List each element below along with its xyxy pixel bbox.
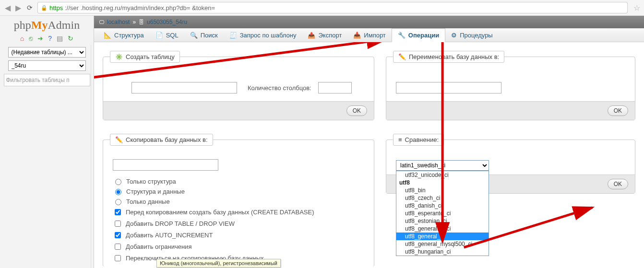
collation-option[interactable]: utf8_czech_ci xyxy=(396,194,489,202)
collation-option[interactable]: utf8_danish_ci xyxy=(396,202,489,210)
tab-icon: 🧾 xyxy=(229,32,237,39)
tab-icon: 🔍 xyxy=(190,32,198,39)
pencil-icon: ✏️ xyxy=(398,53,406,60)
database-icon: 🗄 xyxy=(139,19,144,25)
legend-rename-db: ✏️Переименовать базу данных в: xyxy=(393,51,504,63)
url-box[interactable]: 🔒 https://ser .hosting.reg.ru/myadmin/in… xyxy=(37,2,628,13)
panel-collation: ≡Сравнение: latin1_swedish_ci utf32_unic… xyxy=(386,134,635,194)
nav-back-icon[interactable]: ◀ xyxy=(4,3,12,12)
collation-option[interactable]: utf8_estonian_ci xyxy=(396,217,489,225)
tab-Структура[interactable]: 📐Структура xyxy=(98,28,150,42)
help-icon[interactable]: ? xyxy=(48,35,52,42)
url-https: https xyxy=(49,4,63,12)
radio-data-only[interactable] xyxy=(115,199,121,205)
breadcrumb-db[interactable]: u6503055_54ru xyxy=(147,19,187,25)
nav-fwd-icon: ▶ xyxy=(14,3,22,12)
collation-option[interactable]: utf32_unicode_ci xyxy=(396,171,489,179)
tab-label: Структура xyxy=(114,32,144,39)
check-constraints[interactable] xyxy=(115,244,121,250)
tab-Импорт[interactable]: 📥Импорт xyxy=(347,28,391,42)
tab-Запрос по шаблону[interactable]: 🧾Запрос по шаблону xyxy=(224,28,302,42)
rename-ok-button[interactable]: OK xyxy=(608,105,628,116)
logo[interactable]: phpMyAdmin xyxy=(0,16,94,34)
tab-icon: 📄 xyxy=(155,32,163,39)
list-icon: ≡ xyxy=(398,136,402,143)
tab-Экспорт[interactable]: 📤Экспорт xyxy=(302,28,347,42)
collation-dropdown-list[interactable]: utf32_unicode_ciutf8utf8_binutf8_czech_c… xyxy=(396,171,489,256)
url-rest: ://ser .hosting.reg.ru/myadmin/index.php… xyxy=(65,4,215,12)
breadcrumb: 🖵 localhost » 🗄 u6503055_54ru xyxy=(94,16,644,28)
legend-collation: ≡Сравнение: xyxy=(393,134,444,146)
legend-copy-db: ✏️Скопировать базу данных в: xyxy=(110,134,213,146)
tab-icon: 📤 xyxy=(308,32,315,39)
create-cols-input[interactable] xyxy=(318,82,352,93)
bookmark-star-icon[interactable]: ☆ xyxy=(633,3,640,12)
collation-option[interactable]: utf8_esperanto_ci xyxy=(396,210,489,217)
check-create-db[interactable] xyxy=(115,209,121,215)
copy-name-input[interactable] xyxy=(113,159,218,171)
check-drop[interactable] xyxy=(115,221,121,227)
panel-rename-db: ✏️Переименовать базу данных в: OK xyxy=(386,51,635,120)
collation-select[interactable]: latin1_swedish_ci xyxy=(396,160,489,171)
tab-Операции[interactable]: 🔧Операции xyxy=(392,28,445,42)
lock-icon: 🔒 xyxy=(41,5,48,11)
collation-option[interactable]: utf8 xyxy=(396,179,489,186)
recent-tables-select[interactable]: (Недавние таблицы) ... xyxy=(8,47,86,58)
database-select[interactable]: _54ru xyxy=(8,60,86,71)
collation-option[interactable]: utf8_bin xyxy=(396,186,489,194)
tab-label: Поиск xyxy=(201,32,218,39)
sidebar: phpMyAdmin ⌂ ⎋ ➜ ? ▤ ↻ (Недавние таблицы… xyxy=(0,16,94,268)
panel-create-table: ✳️Создать таблицу Имя Количество столбцо… xyxy=(103,51,374,120)
tab-label: Операции xyxy=(408,32,439,39)
create-name-input[interactable] xyxy=(131,82,237,93)
collation-ok-button[interactable]: OK xyxy=(608,179,628,189)
tab-label: Запрос по шаблону xyxy=(240,32,297,39)
tab-icon: 🔧 xyxy=(398,32,405,39)
tab-label: Процедуры xyxy=(460,32,493,39)
panel-copy-db: ✏️Скопировать базу данных в: Только стру… xyxy=(103,134,374,267)
home-icon[interactable]: ⌂ xyxy=(20,35,24,42)
check-switch[interactable] xyxy=(115,255,121,261)
tab-Процедуры[interactable]: ⚙Процедуры xyxy=(445,28,499,42)
filter-tables-input[interactable] xyxy=(4,74,90,86)
exit-icon[interactable]: ⎋ xyxy=(29,35,33,42)
tab-icon: 📐 xyxy=(104,32,111,39)
create-ok-button[interactable]: OK xyxy=(346,105,367,116)
collation-option[interactable]: utf8_general_ci xyxy=(396,233,489,240)
reload-icon[interactable]: ⟳ xyxy=(25,4,35,12)
refresh-icon[interactable]: ↻ xyxy=(68,35,73,42)
collation-option[interactable]: utf8_hungarian_ci xyxy=(396,248,489,256)
main: 🖵 localhost » 🗄 u6503055_54ru 📐Структура… xyxy=(94,16,644,268)
collation-option[interactable]: utf8_general_mysql500_ci xyxy=(396,240,489,248)
collation-tooltip: Юникод (многоязычный), регистронезависим… xyxy=(156,259,281,268)
legend-create-table: ✳️Создать таблицу xyxy=(110,51,180,63)
tabs: 📐Структура📄SQL🔍Поиск🧾Запрос по шаблону📤Э… xyxy=(94,28,644,42)
server-icon: 🖵 xyxy=(99,19,104,25)
tab-label: SQL xyxy=(166,32,179,39)
check-auto-increment[interactable] xyxy=(115,232,121,238)
query-icon[interactable]: ➜ xyxy=(37,35,43,42)
breadcrumb-server[interactable]: localhost xyxy=(107,19,130,25)
browser-bar: ◀ ▶ ⟳ 🔒 https://ser .hosting.reg.ru/myad… xyxy=(0,0,644,16)
tab-icon: 📥 xyxy=(353,32,361,39)
pencil-icon: ✏️ xyxy=(115,136,123,143)
create-cols-label: Количество столбцов: xyxy=(248,84,311,92)
radio-structure-only[interactable] xyxy=(115,179,121,185)
spark-icon: ✳️ xyxy=(115,53,123,60)
tab-label: Импорт xyxy=(364,32,385,39)
tab-Поиск[interactable]: 🔍Поиск xyxy=(184,28,224,42)
tab-icon: ⚙ xyxy=(451,32,457,39)
collation-option[interactable]: utf8_general50_ci xyxy=(396,225,489,233)
tab-label: Экспорт xyxy=(318,32,342,39)
sql-icon[interactable]: ▤ xyxy=(57,35,63,42)
radio-structure-data[interactable] xyxy=(115,189,121,195)
tab-SQL[interactable]: 📄SQL xyxy=(150,28,184,42)
rename-input[interactable] xyxy=(396,82,501,93)
